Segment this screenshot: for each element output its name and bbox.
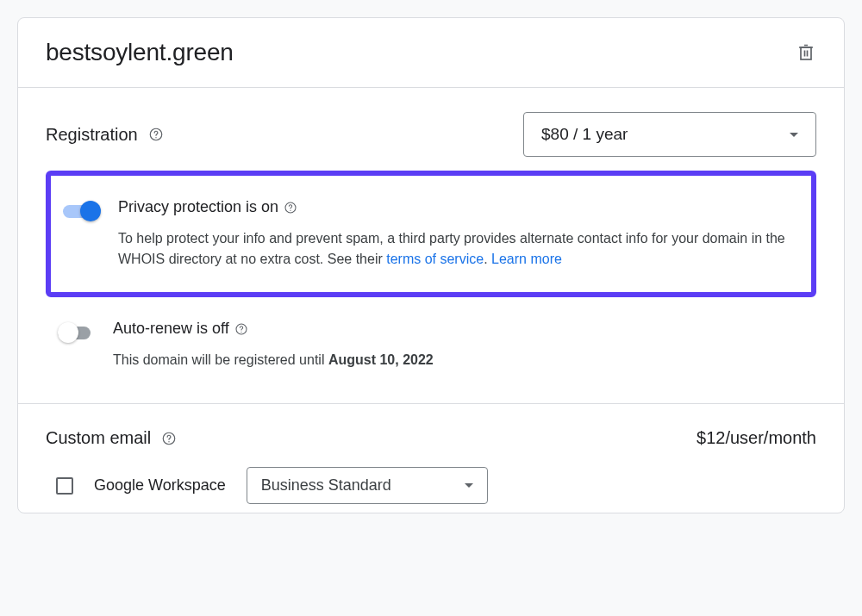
autorenew-title: Auto-renew is off — [113, 320, 248, 338]
svg-point-12 — [169, 441, 170, 442]
chevron-down-icon — [465, 483, 473, 488]
custom-email-label: Custom email — [46, 428, 151, 448]
domain-settings-card: bestsoylent.green Registration $80 / 1 y… — [17, 17, 845, 513]
autorenew-description: This domain will be registered until Aug… — [113, 350, 804, 370]
workspace-label: Google Workspace — [94, 476, 226, 495]
custom-email-section: Custom email $12/user/month Google Works… — [18, 404, 844, 513]
registration-term-dropdown[interactable]: $80 / 1 year — [523, 112, 816, 157]
tos-link[interactable]: terms of service — [386, 252, 484, 266]
workspace-row: Google Workspace Business Standard — [46, 467, 816, 504]
help-icon[interactable] — [161, 431, 177, 446]
registration-term-value: $80 / 1 year — [541, 125, 628, 144]
help-icon[interactable] — [234, 322, 248, 336]
svg-point-6 — [155, 137, 156, 138]
card-header: bestsoylent.green — [18, 18, 844, 88]
autorenew-toggle-row: Auto-renew is off This domain will be re… — [46, 311, 816, 379]
privacy-highlight-box: Privacy protection is on To help protect… — [46, 171, 816, 297]
domain-name: bestsoylent.green — [46, 39, 234, 66]
svg-rect-0 — [801, 47, 811, 59]
svg-point-8 — [290, 209, 290, 210]
registration-header: Registration $80 / 1 year — [46, 112, 816, 157]
workspace-plan-dropdown[interactable]: Business Standard — [247, 467, 488, 504]
registration-section: Registration $80 / 1 year — [18, 88, 844, 404]
privacy-description: To help protect your info and prevent sp… — [118, 228, 794, 270]
autorenew-toggle[interactable] — [58, 321, 96, 342]
registration-label: Registration — [46, 125, 138, 145]
chevron-down-icon — [790, 133, 798, 137]
privacy-toggle[interactable] — [63, 200, 101, 221]
workspace-checkbox[interactable] — [56, 477, 73, 495]
custom-email-header: Custom email $12/user/month — [46, 428, 816, 448]
privacy-toggle-row: Privacy protection is on To help protect… — [63, 198, 794, 270]
help-icon[interactable] — [148, 127, 164, 142]
autorenew-date: August 10, 2022 — [328, 352, 434, 367]
learn-more-link[interactable]: Learn more — [491, 252, 562, 266]
workspace-plan-value: Business Standard — [261, 476, 391, 495]
svg-point-10 — [240, 331, 241, 332]
privacy-title: Privacy protection is on — [118, 198, 297, 216]
delete-icon[interactable] — [796, 42, 816, 63]
help-icon[interactable] — [284, 201, 297, 215]
custom-email-price: $12/user/month — [696, 428, 816, 448]
